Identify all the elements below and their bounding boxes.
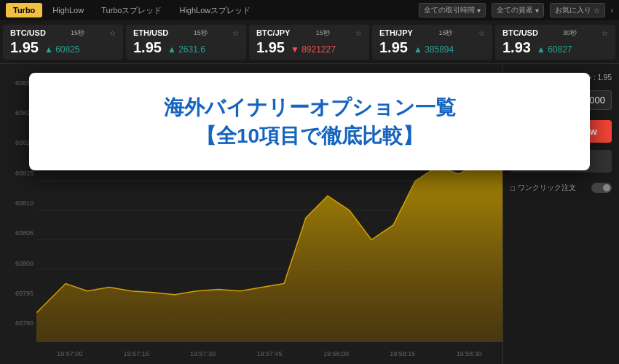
- x-label-1: 19:57:15: [124, 350, 149, 357]
- ticker-change-4: ▲ 60827: [537, 44, 572, 55]
- star-icon-0[interactable]: ☆: [109, 29, 116, 37]
- checkbox-icon: □: [510, 184, 515, 192]
- ticker-change-0: ▲ 60825: [44, 44, 80, 55]
- y-label-8: 60790: [0, 320, 36, 327]
- ticker-time-0: 15秒: [71, 28, 84, 38]
- y-label-4: 60810: [0, 199, 36, 207]
- star-icon-3[interactable]: ☆: [478, 29, 485, 37]
- star-icon-4[interactable]: ☆: [602, 29, 608, 37]
- one-click-toggle[interactable]: [591, 183, 612, 193]
- one-click-label: □ ワンクリック注文: [510, 183, 576, 193]
- x-label-5: 19:58:15: [390, 350, 415, 357]
- x-label-0: 19:57:00: [57, 350, 82, 357]
- ticker-strip: BTC/USD 15秒 ☆ 1.95 ▲ 60825 ETH/USD 15秒 ☆…: [0, 20, 619, 64]
- top-nav: Turbo HighLow Turboスプレッド HighLowスプレッド 全て…: [0, 0, 619, 20]
- ticker-card-3[interactable]: ETH/JPY 15秒 ☆ 1.95 ▲ 385894: [372, 25, 492, 60]
- ticker-price-4: 1.93: [502, 39, 531, 56]
- ticker-pair-1: ETH/USD: [133, 28, 168, 37]
- ticker-card-0[interactable]: BTC/USD 15秒 ☆ 1.95 ▲ 60825: [3, 25, 123, 60]
- svg-marker-8: [36, 152, 502, 342]
- x-axis: 19:57:00 19:57:15 19:57:30 19:57:45 19:5…: [36, 344, 502, 364]
- time-dropdown[interactable]: 全ての取引時間 ▾: [419, 3, 486, 17]
- x-label-2: 19:57:30: [190, 350, 216, 357]
- favorites-dropdown[interactable]: お気に入り ☆: [550, 3, 605, 17]
- tab-highlow[interactable]: HighLow: [45, 3, 91, 17]
- ticker-change-1: ▲ 2631.6: [167, 44, 205, 55]
- chevron-down-icon: ▾: [535, 7, 539, 15]
- one-click-row: □ ワンクリック注文: [510, 183, 612, 193]
- y-label-7: 60795: [0, 290, 36, 297]
- star-icon-2[interactable]: ☆: [355, 29, 362, 37]
- star-icon-1[interactable]: ☆: [232, 29, 239, 37]
- chevron-down-icon: ▾: [477, 7, 481, 15]
- y-label-3: 60815: [0, 170, 36, 177]
- y-label-6: 60800: [0, 260, 36, 267]
- ticker-price-0: 1.95: [10, 39, 39, 56]
- ticker-time-4: 30秒: [563, 28, 577, 38]
- ticker-card-2[interactable]: BTC/JPY 15秒 ☆ 1.95 ▼ 8921227: [249, 25, 369, 60]
- y-label-5: 60805: [0, 229, 36, 237]
- nav-right: 全ての取引時間 ▾ 全ての資産 ▾ お気に入り ☆ ‹: [419, 3, 613, 17]
- ticker-time-1: 15秒: [194, 28, 208, 38]
- collapse-icon[interactable]: ‹: [611, 7, 613, 15]
- asset-dropdown[interactable]: 全ての資産 ▾: [492, 3, 544, 17]
- tab-turbo[interactable]: Turbo: [6, 3, 42, 17]
- overlay-title-line2: 【全10項目で徹底比較】: [51, 122, 568, 150]
- tab-highlow-spread[interactable]: HighLowスプレッド: [172, 2, 258, 19]
- x-label-3: 19:57:45: [256, 350, 282, 357]
- overlay-title-line1: 海外バイナリーオプション一覧: [51, 93, 568, 122]
- overlay-banner: 海外バイナリーオプション一覧 【全10項目で徹底比較】: [29, 73, 590, 170]
- ticker-pair-4: BTC/USD: [502, 28, 538, 37]
- x-label-4: 19:58:00: [323, 350, 349, 357]
- ticker-pair-3: ETH/JPY: [379, 28, 413, 37]
- ticker-price-2: 1.95: [256, 39, 285, 56]
- ticker-time-3: 15秒: [438, 28, 452, 38]
- x-label-6: 19:58:30: [457, 350, 482, 357]
- ticker-change-3: ▲ 385894: [414, 44, 454, 55]
- ticker-price-3: 1.95: [379, 39, 408, 56]
- ticker-change-2: ▼ 8921227: [291, 44, 336, 55]
- ticker-card-4[interactable]: BTC/USD 30秒 ☆ 1.93 ▲ 60827: [495, 25, 615, 60]
- star-icon: ☆: [594, 7, 600, 15]
- ticker-pair-0: BTC/USD: [10, 28, 46, 37]
- tab-turbo-spread[interactable]: Turboスプレッド: [94, 2, 169, 19]
- ticker-price-1: 1.95: [133, 39, 162, 56]
- ticker-card-1[interactable]: ETH/USD 15秒 ☆ 1.95 ▲ 2631.6: [126, 25, 246, 60]
- ticker-time-2: 15秒: [316, 28, 330, 38]
- ticker-pair-2: BTC/JPY: [256, 28, 290, 37]
